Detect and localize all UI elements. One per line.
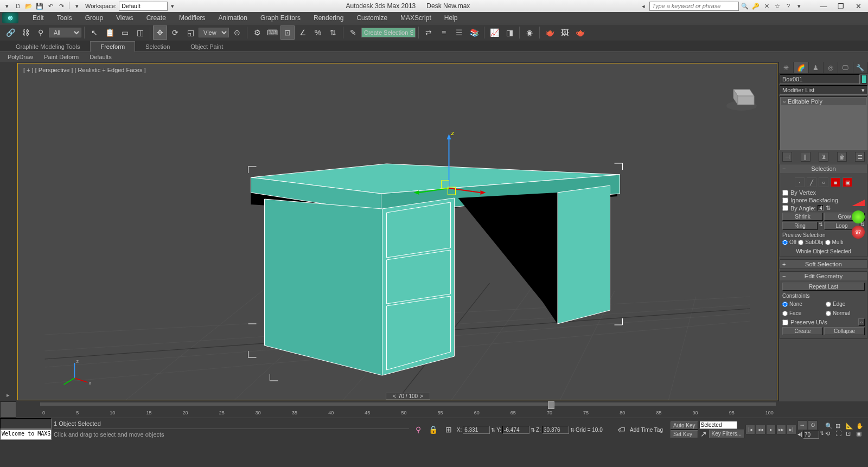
keymode-icon[interactable]: ⊸ (797, 420, 807, 430)
link-icon[interactable]: 🔗 (3, 25, 17, 40)
ribbon-tab-graphite[interactable]: Graphite Modeling Tools (5, 41, 90, 52)
constraint-face-radio[interactable] (782, 311, 788, 316)
unique-icon[interactable]: ⊻ (819, 152, 828, 162)
rollout-selection-header[interactable]: −Selection (780, 164, 867, 173)
configure-icon[interactable]: ☰ (855, 152, 865, 162)
abs-rel-icon[interactable]: ⊞ (442, 423, 456, 437)
object-name-input[interactable] (780, 74, 860, 84)
max-toggle-icon[interactable]: ▣ (856, 430, 866, 437)
frame-prev-icon[interactable]: < (391, 393, 398, 399)
window-crossing-icon[interactable]: ◫ (133, 25, 147, 40)
menu-group[interactable]: Group (79, 12, 110, 23)
viewport-perspective[interactable]: [ + ] [ Perspective ] [ Realistic + Edge… (17, 63, 777, 400)
project-icon[interactable]: ▾ (72, 2, 82, 10)
edit-named-sel-icon[interactable]: ✎ (346, 25, 360, 40)
expand-ribbon-icon[interactable]: ▸ (2, 388, 15, 401)
redo-icon[interactable]: ↷ (56, 2, 66, 10)
select-region-icon[interactable]: ▭ (118, 25, 132, 40)
fov-icon[interactable]: 📐 (846, 423, 856, 430)
time-config-icon[interactable]: ⏱ (808, 420, 818, 430)
ribbon-panel-defaults[interactable]: Defaults (84, 53, 117, 61)
play-icon[interactable]: ▸ (766, 425, 776, 434)
search-input[interactable] (649, 2, 739, 11)
shrink-button[interactable]: Shrink (782, 213, 823, 221)
help-dropdown-icon[interactable]: ▾ (794, 2, 804, 10)
modifier-list-combo[interactable]: Modifier List ▾ (780, 85, 867, 95)
repeat-last-button[interactable]: Repeat Last (782, 283, 865, 291)
rollout-edit-geometry-header[interactable]: −Edit Geometry (780, 272, 867, 280)
infocenter-toggle-icon[interactable]: ◂ (639, 2, 648, 10)
prev-frame-icon[interactable]: ◂◂ (756, 425, 765, 434)
by-vertex-check[interactable]: By Vertex (782, 189, 865, 196)
zoom-extents-icon[interactable]: ⛶ (835, 430, 845, 437)
selection-lock-icon[interactable]: 🔒 (426, 423, 441, 437)
select-icon[interactable]: ↖ (87, 25, 101, 40)
hierarchy-tab-icon[interactable]: ♟ (809, 62, 824, 73)
search-icon[interactable]: 🔍 (740, 2, 750, 10)
layer-manager-icon[interactable]: 📚 (467, 25, 481, 40)
object-color-swatch[interactable] (861, 75, 867, 84)
select-name-icon[interactable]: 📋 (103, 25, 117, 40)
subscription-icon[interactable]: 🔑 (751, 2, 761, 10)
goto-start-icon[interactable]: |◂ (745, 425, 755, 434)
menu-edit[interactable]: Edit (26, 12, 50, 23)
menu-modifiers[interactable]: Modifiers (173, 12, 212, 23)
unlink-icon[interactable]: ⛓ (18, 25, 33, 40)
goto-end-icon[interactable]: ▸| (787, 425, 796, 434)
lock-selection-icon[interactable]: ⚲ (411, 423, 425, 437)
zoom-all-icon[interactable]: ⊞ (835, 423, 845, 430)
new-icon[interactable]: 🗋 (13, 2, 23, 10)
manipulate-icon[interactable]: ⚙ (250, 25, 264, 40)
workspace-combo[interactable] (119, 2, 168, 11)
undo-icon[interactable]: ↶ (46, 2, 55, 10)
menu-maxscript[interactable]: MAXScript (394, 12, 438, 23)
menu-rendering[interactable]: Rendering (307, 12, 350, 23)
autokey-button[interactable]: Auto Key (671, 421, 698, 430)
pin-stack-icon[interactable]: ⊣ (782, 152, 792, 162)
collapse-button[interactable]: Collapse (824, 327, 865, 335)
utilities-tab-icon[interactable]: 🔧 (853, 62, 868, 73)
angle-snap-icon[interactable]: ∠ (296, 25, 310, 40)
preserve-uvs-check[interactable]: Preserve UVs▫ (782, 318, 865, 326)
exchange-icon[interactable]: ✕ (762, 2, 771, 10)
setkey-button[interactable]: Set Key (671, 430, 698, 438)
expand-icon[interactable]: ▫ (783, 98, 786, 105)
time-ruler[interactable]: < 70 / 100 > 0510 152025 303540 455055 6… (40, 401, 776, 418)
spinner-arrows-icon[interactable]: ⇅ (826, 204, 831, 212)
constraint-normal-radio[interactable] (826, 311, 831, 316)
modify-tab-icon[interactable]: 🌈 (794, 62, 808, 73)
menu-tools[interactable]: Tools (50, 12, 79, 23)
schematic-icon[interactable]: ◨ (502, 25, 516, 40)
motion-tab-icon[interactable]: ◎ (824, 62, 838, 73)
display-tab-icon[interactable]: 🖵 (838, 62, 853, 73)
stack-item-editable-poly[interactable]: ▫ Editable Poly (781, 98, 866, 105)
key-filters-button[interactable]: Key Filters... (709, 430, 745, 438)
curve-editor-icon[interactable]: 📈 (487, 25, 501, 40)
help-icon[interactable]: ? (783, 2, 793, 10)
zoom-extents-all-icon[interactable]: ⊡ (846, 430, 856, 437)
menu-views[interactable]: Views (110, 12, 140, 23)
mirror-icon[interactable]: ⇄ (422, 25, 436, 40)
selection-filter-combo[interactable]: All (49, 28, 81, 37)
create-tab-icon[interactable]: ✳ (779, 62, 794, 73)
time-tag-icon[interactable]: 🏷 (615, 423, 629, 437)
spinner-icon[interactable]: ⇅ (820, 431, 824, 439)
zoom-icon[interactable]: 🔍 (825, 423, 835, 430)
spinner-snap-icon[interactable]: ⇅ (326, 25, 340, 40)
element-icon[interactable]: ▣ (843, 177, 852, 187)
ribbon-panel-polydraw[interactable]: PolyDraw (2, 53, 39, 61)
scale-icon[interactable]: ◱ (183, 25, 197, 40)
app-logo-icon[interactable]: ⊜ (2, 12, 18, 23)
snap-toggle-icon[interactable]: ⊡ (280, 25, 295, 40)
spinner-icon[interactable]: ⇅ (491, 427, 495, 433)
by-angle-spinner[interactable] (818, 205, 824, 211)
orbit-icon[interactable]: ⟲ (825, 430, 835, 437)
preview-multi-radio[interactable] (825, 240, 831, 245)
constraint-none-radio[interactable] (782, 302, 788, 307)
open-icon[interactable]: 📂 (24, 2, 34, 10)
save-icon[interactable]: 💾 (35, 2, 44, 10)
polygon-icon[interactable]: ■ (831, 177, 840, 187)
keyboard-shortcut-icon[interactable]: ⌨ (265, 25, 279, 40)
rollout-soft-selection-header[interactable]: +Soft Selection (780, 260, 867, 268)
prev-key-icon[interactable]: ◂| (797, 431, 802, 439)
